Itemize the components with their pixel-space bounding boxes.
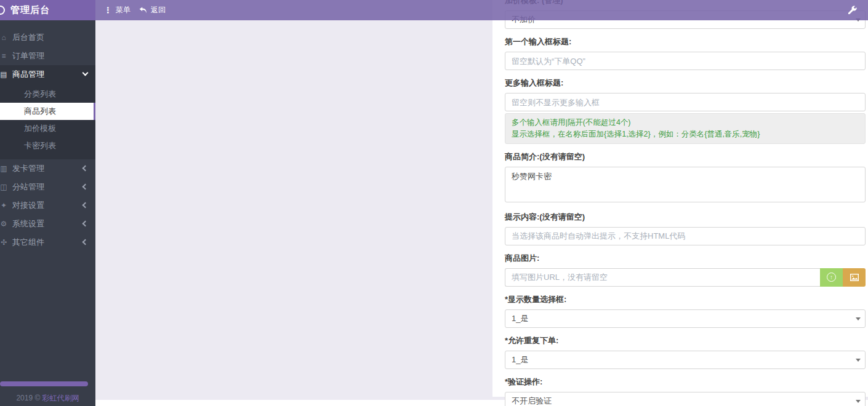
products-submenu: 分类列表 商品列表 加价模板 卡密列表 xyxy=(0,84,95,159)
sidebar-item-dashboard[interactable]: ⌂ 后台首页 xyxy=(0,28,95,47)
menu-toggle-label: 菜单 xyxy=(116,5,131,15)
field-tip-content: 提示内容:(没有请留空) xyxy=(505,212,866,245)
sidebar-item-subsites[interactable]: ◫ 分站管理 xyxy=(0,178,95,196)
wrench-icon[interactable] xyxy=(848,6,857,15)
image-icon xyxy=(850,274,859,281)
tip-content-label: 提示内容:(没有请留空) xyxy=(505,212,866,223)
submenu-item-card-list[interactable]: 卡密列表 xyxy=(0,137,95,154)
upload-icon: ↑ xyxy=(827,273,836,282)
chevron-left-icon xyxy=(82,221,89,227)
image-picker-button[interactable] xyxy=(843,268,866,287)
sidebar: 管理后台 ⌂ 后台首页 ≡ 订单管理 ▤ 商品管理 分类列表 商品列表 加价模板… xyxy=(0,0,95,406)
topbar: ⋮ 菜单 返回 xyxy=(95,0,868,20)
upload-image-button[interactable]: ↑ xyxy=(820,268,843,287)
chevron-left-icon xyxy=(82,239,89,245)
sidebar-item-label: 分站管理 xyxy=(12,181,44,193)
field-product-image: 商品图片: ↑ xyxy=(505,253,866,287)
tip-content-field[interactable] xyxy=(505,227,866,245)
site-link[interactable]: 彩虹代刷网 xyxy=(42,394,79,402)
sidebar-progress-bar xyxy=(0,381,88,386)
submenu-item-category-list[interactable]: 分类列表 xyxy=(0,86,95,103)
product-image-input-group: ↑ xyxy=(505,268,866,287)
back-button-label: 返回 xyxy=(151,5,166,15)
sidebar-item-label: 对接设置 xyxy=(12,200,44,211)
sidebar-footer: 2019 © 彩虹代刷网 xyxy=(0,381,95,404)
chevron-left-icon xyxy=(82,184,89,190)
first-input-title-label: 第一个输入框标题: xyxy=(505,36,866,47)
quantity-box-label: *显示数量选择框: xyxy=(505,294,866,305)
system-settings-icon: ⚙ xyxy=(0,220,10,228)
product-image-url-field[interactable] xyxy=(505,268,820,287)
product-intro-label: 商品简介:(没有请留空) xyxy=(505,151,866,162)
field-quantity-box: *显示数量选择框: 1_是 xyxy=(505,294,866,328)
field-verify-action: *验证操作: 不开启验证 xyxy=(505,376,866,406)
help-line-2: 显示选择框，在名称后面加{选择1,选择2}，例如：分类名{普通,音乐,宠物} xyxy=(512,129,859,140)
sidebar-item-label: 商品管理 xyxy=(12,69,44,80)
field-more-input-title: 更多输入框标题: 多个输入框请用|隔开(不能超过4个) 显示选择框，在名称后面加… xyxy=(505,78,866,144)
sidebar-item-label: 发卡管理 xyxy=(12,163,44,174)
chevron-down-icon xyxy=(82,70,89,76)
product-intro-textarea[interactable]: 秒赞网卡密 xyxy=(505,167,866,202)
sidebar-item-orders[interactable]: ≡ 订单管理 xyxy=(0,47,95,65)
sidebar-item-label: 订单管理 xyxy=(12,50,44,62)
subsites-icon: ◫ xyxy=(0,183,10,191)
sidebar-item-system-settings[interactable]: ⚙ 系统设置 xyxy=(0,215,95,233)
input-help-box: 多个输入框请用|隔开(不能超过4个) 显示选择框，在名称后面加{选择1,选择2}… xyxy=(505,113,866,144)
link-settings-icon: ✦ xyxy=(0,201,10,210)
copyright: 2019 © 彩虹代刷网 xyxy=(0,393,95,404)
product-image-label: 商品图片: xyxy=(505,253,866,264)
field-first-input-title: 第一个输入框标题: xyxy=(505,36,866,70)
first-input-title-field[interactable] xyxy=(505,52,866,70)
sidebar-item-label: 其它组件 xyxy=(12,237,44,248)
sidebar-item-label: 系统设置 xyxy=(12,218,44,229)
repeat-order-label: *允许重复下单: xyxy=(505,335,866,346)
sidebar-item-components[interactable]: ✣ 其它组件 xyxy=(0,233,95,252)
sidebar-item-link-settings[interactable]: ✦ 对接设置 xyxy=(0,196,95,215)
quantity-box-select[interactable]: 1_是 xyxy=(505,309,866,328)
submenu-item-markup-template[interactable]: 加价模板 xyxy=(0,120,95,137)
home-icon: ⌂ xyxy=(0,33,10,42)
verify-action-select[interactable]: 不开启验证 xyxy=(505,392,866,406)
components-icon: ✣ xyxy=(0,238,10,247)
help-line-1: 多个输入框请用|隔开(不能超过4个) xyxy=(512,117,859,129)
sidebar-item-card-manage[interactable]: ▥ 发卡管理 xyxy=(0,159,95,178)
back-arrow-icon xyxy=(139,7,147,14)
app-logo-icon xyxy=(0,6,5,15)
copyright-year: 2019 © xyxy=(16,394,40,402)
orders-list-icon: ≡ xyxy=(0,52,10,60)
brand-header[interactable]: 管理后台 xyxy=(0,0,95,20)
submenu-item-product-list[interactable]: 商品列表 xyxy=(0,103,95,120)
chevron-left-icon xyxy=(82,202,89,209)
brand-title: 管理后台 xyxy=(10,4,50,16)
cards-list-icon: ▥ xyxy=(0,164,10,173)
menu-toggle-button[interactable]: ⋮ 菜单 xyxy=(104,5,131,15)
sidebar-item-products[interactable]: ▤ 商品管理 xyxy=(0,65,95,84)
verify-action-label: *验证操作: xyxy=(505,376,866,388)
field-product-intro: 商品简介:(没有请留空) 秒赞网卡密 xyxy=(505,151,866,204)
sidebar-menu: ⌂ 后台首页 ≡ 订单管理 ▤ 商品管理 分类列表 商品列表 加价模板 卡密列表… xyxy=(0,20,95,252)
chevron-left-icon xyxy=(82,165,89,172)
field-repeat-order: *允许重复下单: 1_是 xyxy=(505,335,866,369)
add-product-form-panel: 加价模板: (管理) 不加价 第一个输入框标题: 更多输入框标题: 多个输入框请… xyxy=(492,0,868,397)
menu-dots-icon: ⋮ xyxy=(104,6,112,15)
sidebar-item-label: 后台首页 xyxy=(12,32,44,43)
products-icon: ▤ xyxy=(0,70,10,79)
more-input-title-field[interactable] xyxy=(505,93,866,111)
more-input-title-label: 更多输入框标题: xyxy=(505,78,866,89)
back-button[interactable]: 返回 xyxy=(139,5,166,15)
repeat-order-select[interactable]: 1_是 xyxy=(505,351,866,369)
